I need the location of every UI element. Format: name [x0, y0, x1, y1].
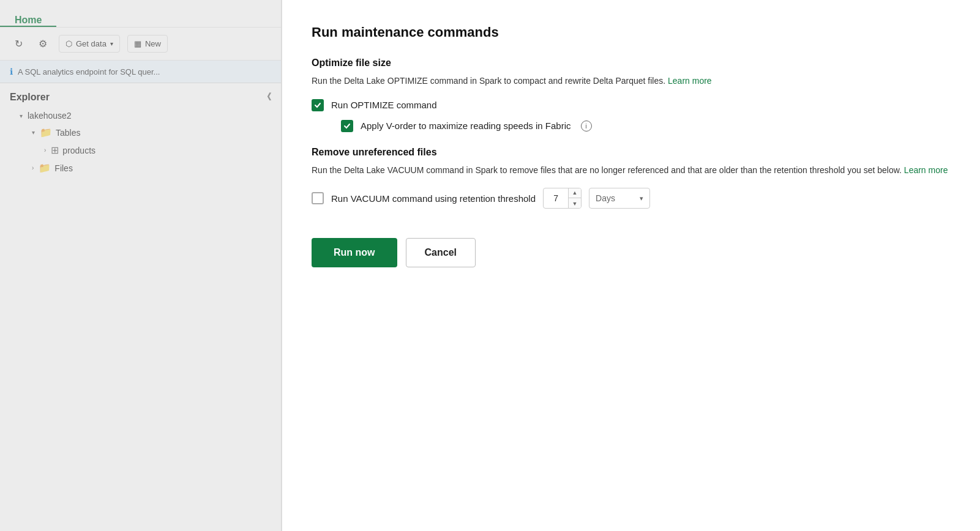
optimize-checkbox-row: Run OPTIMIZE command	[312, 99, 951, 111]
optimize-description: Run the Delta Lake OPTIMIZE command in S…	[312, 75, 951, 88]
increment-arrow[interactable]: ▲	[569, 188, 581, 198]
dialog-panel: Run maintenance commands Optimize file s…	[282, 0, 980, 531]
optimize-learn-more[interactable]: Learn more	[668, 76, 712, 86]
vorder-checkbox-row: Apply V-order to maximize reading speeds…	[312, 120, 951, 132]
vacuum-section-title: Remove unreferenced files	[312, 147, 951, 158]
action-buttons: Run now Cancel	[312, 238, 951, 267]
chevron-down-icon: ▾	[640, 195, 643, 202]
retention-value-input[interactable]	[544, 193, 568, 203]
vacuum-learn-more[interactable]: Learn more	[904, 165, 948, 175]
vacuum-desc-text: Run the Delta Lake VACUUM command in Spa…	[312, 165, 902, 175]
decrement-arrow[interactable]: ▼	[569, 198, 581, 209]
optimize-checkbox-label: Run OPTIMIZE command	[331, 100, 437, 110]
number-arrows: ▲ ▼	[568, 188, 581, 209]
panel-overlay	[0, 0, 282, 531]
retention-unit-select[interactable]: Days ▾	[589, 188, 650, 209]
cancel-button[interactable]: Cancel	[406, 238, 476, 267]
vacuum-checkbox-label: Run VACUUM command using retention thres…	[331, 193, 536, 204]
vacuum-description: Run the Delta Lake VACUUM command in Spa…	[312, 164, 951, 177]
vorder-checkbox-label: Apply V-order to maximize reading speeds…	[361, 121, 571, 131]
optimize-section-title: Optimize file size	[312, 58, 951, 69]
vacuum-row: Run VACUUM command using retention thres…	[312, 188, 951, 209]
vacuum-checkbox[interactable]	[312, 192, 324, 204]
vorder-checkbox[interactable]	[341, 120, 353, 132]
vorder-info-icon[interactable]: i	[581, 121, 592, 132]
optimize-checkbox[interactable]	[312, 99, 324, 111]
dialog-title: Run maintenance commands	[312, 24, 951, 40]
days-label: Days	[596, 193, 615, 203]
run-now-button[interactable]: Run now	[312, 238, 397, 267]
optimize-desc-text: Run the Delta Lake OPTIMIZE command in S…	[312, 76, 665, 86]
retention-number-input[interactable]: ▲ ▼	[543, 188, 582, 209]
